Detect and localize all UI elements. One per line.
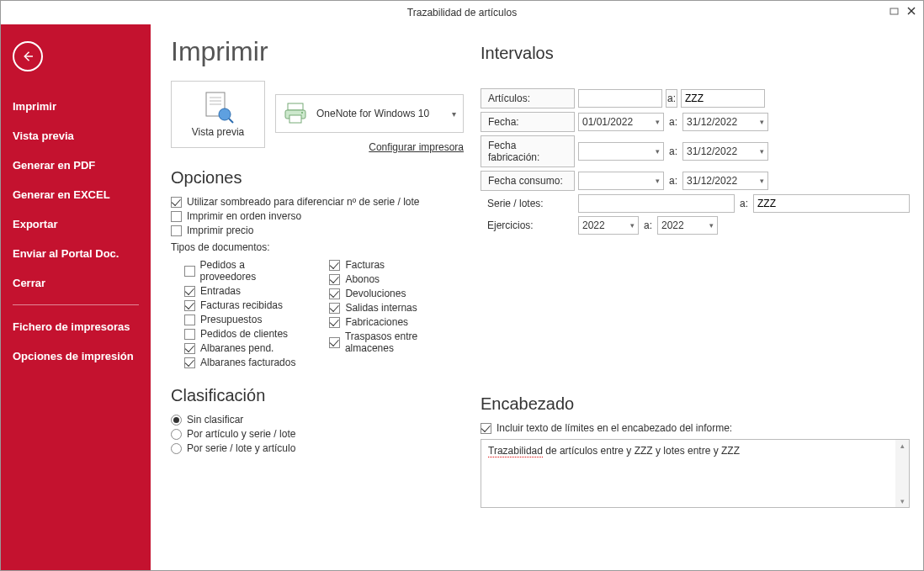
a-label: a:	[667, 145, 679, 157]
header-text-rest: de artículos entre y ZZZ y lotes entre y…	[543, 445, 740, 457]
series-from-input[interactable]	[578, 194, 735, 213]
a-label: a:	[738, 198, 750, 209]
sidebar: Imprimir Vista previa Generar en PDF Gen…	[1, 24, 151, 571]
radio-clasificacion-1[interactable]: Por artículo y serie / lote	[171, 428, 464, 440]
articulos-from-input[interactable]	[578, 89, 662, 108]
sidebar-item-imprimir[interactable]: Imprimir	[1, 92, 151, 121]
svg-line-9	[229, 119, 233, 123]
arrow-left-icon	[20, 49, 35, 64]
window-controls	[886, 3, 920, 19]
printer-icon	[283, 102, 308, 125]
fab-to-input[interactable]: 31/12/2022▾	[682, 142, 768, 161]
scroll-down-icon: ▾	[900, 497, 905, 505]
ejercicios-to-select[interactable]: 2022▾	[657, 216, 718, 235]
series-to-input[interactable]	[753, 194, 910, 213]
configurar-impresora-link[interactable]: Configurar impresora	[275, 141, 464, 153]
chk-doc-left-2[interactable]: Facturas recibidas	[184, 299, 299, 311]
header-text-prefix: Trazabilidad	[488, 445, 543, 457]
chk-sombreado[interactable]: Utilizar sombreado para diferenciar nº d…	[171, 196, 464, 208]
lbl-articulos: Artículos:	[481, 88, 575, 108]
chk-doc-left-4[interactable]: Pedidos de clientes	[184, 328, 299, 340]
chk-incluir-limites[interactable]: Incluir texto de límites en el encabezad…	[481, 422, 910, 434]
scroll-up-icon: ▴	[900, 441, 905, 450]
sidebar-item-exportar[interactable]: Exportar	[1, 209, 151, 239]
printer-select[interactable]: OneNote for Windows 10 ▾	[275, 94, 464, 133]
dropdown-icon: ▾	[452, 109, 456, 119]
lbl-series: Serie / lotes:	[481, 194, 575, 213]
sidebar-divider	[13, 304, 139, 305]
radio-clasificacion-0[interactable]: Sin clasificar	[171, 414, 464, 426]
sidebar-item-cerrar[interactable]: Cerrar	[1, 268, 151, 298]
svg-rect-10	[288, 103, 303, 110]
chevron-down-icon: ▾	[756, 177, 764, 185]
chk-doc-right-3[interactable]: Salidas internas	[329, 302, 464, 314]
chk-doc-left-5[interactable]: Albaranes pend.	[184, 342, 299, 354]
vista-previa-label: Vista previa	[192, 126, 244, 138]
titlebar: Trazabilidad de artículos	[1, 1, 923, 24]
chk-doc-right-1[interactable]: Abonos	[329, 273, 464, 285]
chevron-down-icon: ▾	[709, 221, 714, 230]
lbl-fecha-consumo: Fecha consumo:	[481, 171, 575, 191]
maximize-button[interactable]	[886, 3, 903, 19]
chk-imprimir-precio[interactable]: Imprimir precio	[171, 225, 464, 236]
chk-doc-right-2[interactable]: Devoluciones	[329, 288, 464, 299]
chk-orden-inverso[interactable]: Imprimir en orden inverso	[171, 210, 464, 222]
sidebar-item-generar-pdf[interactable]: Generar en PDF	[1, 151, 151, 180]
vista-previa-button[interactable]: Vista previa	[171, 81, 265, 148]
svg-rect-0	[890, 8, 898, 14]
lbl-ejercicios: Ejercicios:	[481, 216, 575, 235]
fab-from-input[interactable]: ▾	[578, 142, 664, 161]
radio-clasificacion-2[interactable]: Por serie / lote y artículo	[171, 442, 464, 454]
tipos-documentos-label: Tipos de documentos:	[171, 241, 464, 253]
sidebar-item-vista-previa[interactable]: Vista previa	[1, 121, 151, 151]
chevron-down-icon: ▾	[630, 221, 635, 230]
sidebar-item-opciones-impresion[interactable]: Opciones de impresión	[1, 341, 151, 371]
svg-point-8	[219, 108, 231, 120]
chk-doc-left-3[interactable]: Presupuestos	[184, 314, 299, 325]
a-label: a:	[666, 89, 677, 108]
a-label: a:	[667, 175, 679, 187]
chk-doc-right-4[interactable]: Fabricaciones	[329, 316, 464, 328]
chevron-down-icon: ▾	[651, 177, 660, 185]
svg-rect-12	[289, 115, 301, 123]
scrollbar[interactable]: ▴▾	[895, 440, 909, 507]
fecha-to-input[interactable]: 31/12/2022▾	[682, 113, 768, 131]
chk-doc-left-6[interactable]: Albaranes facturados	[184, 357, 299, 368]
chk-doc-left-0[interactable]: Pedidos a proveedores	[184, 259, 299, 283]
cons-from-input[interactable]: ▾	[578, 172, 664, 190]
close-button[interactable]	[903, 3, 920, 19]
window-title: Trazabilidad de artículos	[407, 7, 517, 19]
lbl-fecha: Fecha:	[481, 112, 575, 132]
chevron-down-icon: ▾	[756, 118, 764, 126]
section-encabezado: Encabezado	[481, 394, 910, 414]
cons-to-input[interactable]: 31/12/2022▾	[682, 172, 768, 190]
main-content: Imprimir Vista previa	[151, 24, 923, 571]
ejercicios-from-select[interactable]: 2022▾	[578, 216, 639, 235]
printer-name: OneNote for Windows 10	[316, 108, 429, 119]
articulos-to-input[interactable]	[681, 89, 765, 108]
chevron-down-icon: ▾	[756, 147, 764, 156]
a-label: a:	[642, 219, 654, 231]
svg-point-13	[301, 112, 303, 114]
sidebar-item-fichero-impresoras[interactable]: Fichero de impresoras	[1, 312, 151, 341]
chk-doc-right-0[interactable]: Facturas	[329, 259, 464, 271]
chevron-down-icon: ▾	[651, 147, 660, 156]
encabezado-textarea[interactable]: Trazabilidad de artículos entre y ZZZ y …	[481, 439, 910, 508]
sidebar-item-enviar-portal[interactable]: Enviar al Portal Doc.	[1, 239, 151, 268]
chevron-down-icon: ▾	[651, 118, 660, 126]
section-opciones: Opciones	[171, 168, 464, 188]
back-button[interactable]	[13, 41, 43, 71]
chk-doc-left-1[interactable]: Entradas	[184, 285, 299, 297]
lbl-fecha-fabricacion: Fecha fabricación:	[481, 135, 575, 167]
section-clasificacion: Clasificación	[171, 386, 464, 405]
document-preview-icon	[199, 91, 236, 124]
section-intervalos: Intervalos	[481, 44, 910, 63]
chk-doc-right-5[interactable]: Traspasos entre almacenes	[329, 330, 464, 354]
sidebar-item-generar-excel[interactable]: Generar en EXCEL	[1, 180, 151, 209]
a-label: a:	[667, 116, 679, 128]
fecha-from-input[interactable]: 01/01/2022▾	[578, 113, 664, 131]
